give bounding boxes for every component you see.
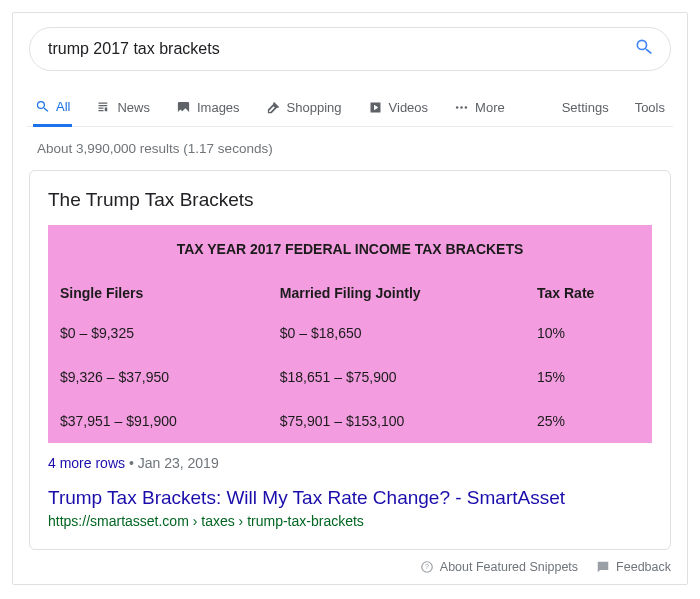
cell: 15% — [525, 355, 652, 399]
tab-label: All — [56, 99, 70, 114]
tabs-right: Settings Tools — [560, 90, 673, 125]
footer-links: ? About Featured Snippets Feedback — [27, 560, 673, 574]
tabs-left: All News Images Shopping — [33, 89, 507, 126]
search-icon[interactable] — [634, 37, 654, 61]
search-icon — [35, 99, 50, 114]
shopping-icon — [266, 100, 281, 115]
help-icon: ? — [420, 560, 434, 574]
cell: 10% — [525, 311, 652, 355]
footer-label: Feedback — [616, 560, 671, 574]
table-row: $37,951 – $91,900 $75,901 – $153,100 25% — [48, 399, 652, 443]
tab-images[interactable]: Images — [174, 90, 242, 125]
settings-link[interactable]: Settings — [560, 90, 611, 125]
tab-videos[interactable]: Videos — [366, 90, 431, 125]
cell: $75,901 – $153,100 — [268, 399, 525, 443]
feedback-link[interactable]: Feedback — [596, 560, 671, 574]
tab-label: News — [117, 100, 150, 115]
svg-point-0 — [456, 106, 459, 109]
tab-shopping[interactable]: Shopping — [264, 90, 344, 125]
tab-news[interactable]: News — [94, 90, 152, 125]
search-bar[interactable] — [29, 27, 671, 71]
result-title-link[interactable]: Trump Tax Brackets: Will My Tax Rate Cha… — [48, 487, 652, 509]
results-container: All News Images Shopping — [12, 12, 688, 585]
col-header-single: Single Filers — [48, 267, 268, 311]
featured-snippet: The Trump Tax Brackets TAX YEAR 2017 FED… — [29, 170, 671, 550]
tab-label: Shopping — [287, 100, 342, 115]
more-rows-link[interactable]: 4 more rows — [48, 455, 125, 471]
svg-point-1 — [460, 106, 463, 109]
tab-all[interactable]: All — [33, 89, 72, 127]
footer-label: About Featured Snippets — [440, 560, 578, 574]
cell: $0 – $18,650 — [268, 311, 525, 355]
table-row: $9,326 – $37,950 $18,651 – $75,900 15% — [48, 355, 652, 399]
about-featured-snippets-link[interactable]: ? About Featured Snippets — [420, 560, 578, 574]
cell: $37,951 – $91,900 — [48, 399, 268, 443]
news-icon — [96, 100, 111, 115]
more-rows: 4 more rows • Jan 23, 2019 — [48, 455, 652, 471]
table-row: $0 – $9,325 $0 – $18,650 10% — [48, 311, 652, 355]
images-icon — [176, 100, 191, 115]
cell: $9,326 – $37,950 — [48, 355, 268, 399]
tools-link[interactable]: Tools — [633, 90, 667, 125]
svg-point-2 — [465, 106, 468, 109]
svg-text:?: ? — [425, 563, 429, 570]
tabs-row: All News Images Shopping — [27, 89, 673, 127]
separator: • — [125, 455, 138, 471]
cell: $18,651 – $75,900 — [268, 355, 525, 399]
videos-icon — [368, 100, 383, 115]
cell: 25% — [525, 399, 652, 443]
tab-label: Images — [197, 100, 240, 115]
more-icon — [454, 100, 469, 115]
cell: $0 – $9,325 — [48, 311, 268, 355]
result-stats: About 3,990,000 results (1.17 seconds) — [37, 141, 673, 156]
result-url[interactable]: https://smartasset.com › taxes › trump-t… — [48, 513, 652, 529]
table-title: TAX YEAR 2017 FEDERAL INCOME TAX BRACKET… — [48, 225, 652, 267]
search-input[interactable] — [46, 39, 634, 59]
col-header-married: Married Filing Jointly — [268, 267, 525, 311]
tab-label: More — [475, 100, 505, 115]
snippet-table: TAX YEAR 2017 FEDERAL INCOME TAX BRACKET… — [48, 225, 652, 443]
tab-more[interactable]: More — [452, 90, 507, 125]
snippet-heading: The Trump Tax Brackets — [48, 189, 652, 211]
col-header-rate: Tax Rate — [525, 267, 652, 311]
feedback-icon — [596, 560, 610, 574]
tab-label: Videos — [389, 100, 429, 115]
snippet-date: Jan 23, 2019 — [138, 455, 219, 471]
